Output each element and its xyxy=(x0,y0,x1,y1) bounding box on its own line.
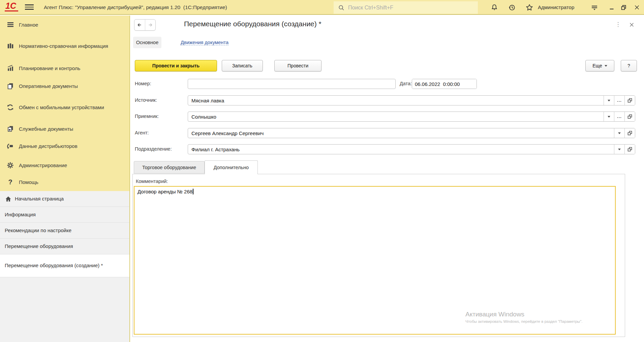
more-actions-kebab-icon[interactable]: ⋮ xyxy=(614,20,622,29)
division-field: Филиал г. Астрахань xyxy=(188,144,635,154)
document-form: Перемещение оборудования (создание) * ⋮ … xyxy=(130,15,644,342)
tab-osnovnoe[interactable]: Основное xyxy=(133,37,161,48)
columns-icon xyxy=(6,42,14,50)
sidebar-item-glavnoe[interactable]: Главное xyxy=(0,18,129,31)
page-title: Перемещение оборудования (создание) * xyxy=(184,20,321,28)
sidebar-item-label: Обмен с мобильными устройствами xyxy=(19,104,111,111)
restore-window-button[interactable] xyxy=(619,3,628,12)
division-dropdown-button[interactable] xyxy=(614,145,624,154)
open-window-peremeschenie[interactable]: Перемещение оборудования xyxy=(0,239,129,254)
open-window-label: Рекомендации по настройке xyxy=(5,227,71,234)
agent-value[interactable]: Сергеев Александр Сергеевич xyxy=(188,128,614,138)
sidebar: Главное Нормативно-справочная информация… xyxy=(0,15,130,342)
user-name[interactable]: Администратор xyxy=(538,4,574,10)
receiver-field: Солнышко ... xyxy=(188,112,635,122)
sidebar-item-nsi[interactable]: Нормативно-справочная информация xyxy=(0,35,129,57)
app-window: 1С Агент Плюс: "Управление дистрибуцией"… xyxy=(0,0,644,342)
sidebar-item-label: Главное xyxy=(19,21,45,28)
open-window-home[interactable]: Начальная страница xyxy=(0,191,129,207)
sidebar-item-obmen[interactable]: Обмен с мобильными устройствами xyxy=(0,96,129,118)
help-button[interactable]: ? xyxy=(621,60,637,71)
history-nav-group xyxy=(134,19,156,31)
sidebar-item-distribyutory[interactable]: Данные дистрибьюторов xyxy=(0,139,129,153)
agent-field: Сергеев Александр Сергеевич xyxy=(188,128,635,138)
minimize-button[interactable] xyxy=(608,3,616,12)
comment-text: Договор аренды № 268 xyxy=(137,189,192,194)
text-caret xyxy=(193,189,193,194)
close-window-button[interactable] xyxy=(633,3,641,12)
service-menu-icon[interactable] xyxy=(590,3,599,12)
question-icon: ? xyxy=(6,178,14,186)
sidebar-item-label: Помощь xyxy=(19,179,45,186)
search-input[interactable] xyxy=(348,5,474,11)
sidebar-item-sluzhebnye[interactable]: Служебные документы xyxy=(0,122,129,135)
open-window-peremeschenie-sozdanie[interactable]: Перемещение оборудования (создание) * xyxy=(0,254,129,277)
chevron-down-icon xyxy=(608,116,610,118)
gear-icon xyxy=(6,161,14,169)
sync-icon xyxy=(6,103,14,112)
source-dropdown-button[interactable] xyxy=(604,96,614,105)
distributors-icon xyxy=(6,142,14,150)
sidebar-item-pomosch[interactable]: ? Помощь xyxy=(0,175,129,189)
service-documents-icon xyxy=(6,125,14,133)
back-button[interactable] xyxy=(134,20,145,30)
sidebar-item-label: Планирование и контроль xyxy=(19,65,87,72)
source-field: Мясная лавка ... xyxy=(188,95,635,105)
sidebar-item-label: Служебные документы xyxy=(19,125,80,132)
favorites-star-icon[interactable] xyxy=(525,3,534,12)
global-search xyxy=(334,1,478,14)
post-and-close-button[interactable]: Провести и закрыть xyxy=(135,60,217,71)
receiver-dropdown-button[interactable] xyxy=(604,112,614,121)
form-close-icon[interactable] xyxy=(628,21,635,28)
open-window-label: Перемещение оборудования xyxy=(5,243,73,250)
open-window-rekomendacii[interactable]: Рекомендации по настройке xyxy=(0,223,129,239)
history-icon[interactable] xyxy=(508,3,516,12)
receiver-list-button[interactable]: ... xyxy=(614,112,624,121)
agent-label: Агент: xyxy=(135,130,149,135)
source-open-button[interactable] xyxy=(624,96,635,105)
post-button[interactable]: Провести xyxy=(274,60,321,71)
sidebar-item-label: Данные дистрибьюторов xyxy=(19,143,84,150)
bar-chart-icon xyxy=(6,64,14,72)
open-window-label: Начальная страница xyxy=(15,195,64,202)
sidebar-item-administrirovanie[interactable]: Администрирование xyxy=(0,158,129,172)
documents-icon xyxy=(6,82,14,90)
chevron-down-icon xyxy=(618,149,621,150)
open-window-label: Перемещение оборудования (создание) * xyxy=(5,262,103,269)
tab-torgovoe-oborudovanie[interactable]: Торговое оборудование xyxy=(134,161,205,174)
chevron-down-icon xyxy=(608,100,610,101)
forward-button[interactable] xyxy=(145,20,156,30)
number-label: Номер: xyxy=(135,81,151,86)
source-value[interactable]: Мясная лавка xyxy=(188,96,604,105)
agent-open-button[interactable] xyxy=(624,128,635,138)
receiver-label: Приемник: xyxy=(135,114,159,119)
top-bar: 1С Агент Плюс: "Управление дистрибуцией"… xyxy=(0,0,644,15)
chevron-down-icon xyxy=(605,65,607,67)
menu-icon xyxy=(6,21,14,29)
comment-textarea[interactable]: Договор аренды № 268 xyxy=(134,186,616,335)
number-input[interactable] xyxy=(188,79,396,89)
tab-dvizheniya-dokumenta[interactable]: Движения документа xyxy=(181,37,228,48)
tab-dopolnitelno[interactable]: Дополнительно xyxy=(205,160,258,174)
sidebar-item-planirovanie[interactable]: Планирование и контроль xyxy=(0,61,129,75)
division-open-button[interactable] xyxy=(624,145,635,154)
date-field xyxy=(412,79,477,89)
source-list-button[interactable]: ... xyxy=(614,96,624,105)
more-button[interactable]: Еще xyxy=(585,60,614,71)
chevron-down-icon xyxy=(618,132,621,134)
sidebar-item-label: Администрирование xyxy=(19,162,74,169)
sidebar-item-label: Нормативно-справочная информация xyxy=(19,42,115,50)
date-input[interactable] xyxy=(412,79,477,89)
comment-label: Комментарий: xyxy=(136,179,168,184)
open-window-informaciya[interactable]: Информация xyxy=(0,207,129,223)
agent-dropdown-button[interactable] xyxy=(614,128,624,138)
open-window-label: Информация xyxy=(5,211,36,218)
source-label: Источник: xyxy=(135,97,157,103)
division-value[interactable]: Филиал г. Астрахань xyxy=(188,145,614,154)
write-button[interactable]: Записать xyxy=(222,60,263,71)
receiver-open-button[interactable] xyxy=(624,112,635,121)
main-menu-icon[interactable] xyxy=(25,4,34,10)
sidebar-item-operativnye[interactable]: Оперативные документы xyxy=(0,79,129,93)
receiver-value[interactable]: Солнышко xyxy=(188,112,604,121)
notifications-bell-icon[interactable] xyxy=(490,3,499,12)
